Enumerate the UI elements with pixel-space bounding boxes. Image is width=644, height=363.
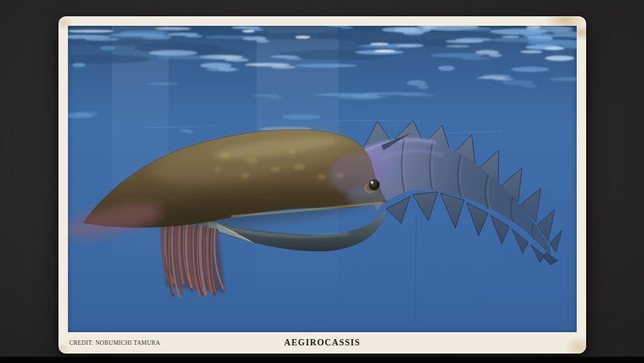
app-background: CREDIT: NOBUMICHI TAMURA AEGIROCASSIS <box>0 0 644 363</box>
tail-water-fade <box>501 201 577 266</box>
trailing-filament <box>414 215 416 323</box>
eye-glint <box>370 181 374 184</box>
title-label: AEGIROCASSIS <box>68 338 577 348</box>
underwater-scene <box>68 26 577 332</box>
postcard: CREDIT: NOBUMICHI TAMURA AEGIROCASSIS <box>58 16 586 354</box>
letterbox-bar <box>0 357 644 363</box>
caption-bar: CREDIT: NOBUMICHI TAMURA AEGIROCASSIS <box>68 332 577 354</box>
aegirocassis-illustration <box>68 26 577 332</box>
